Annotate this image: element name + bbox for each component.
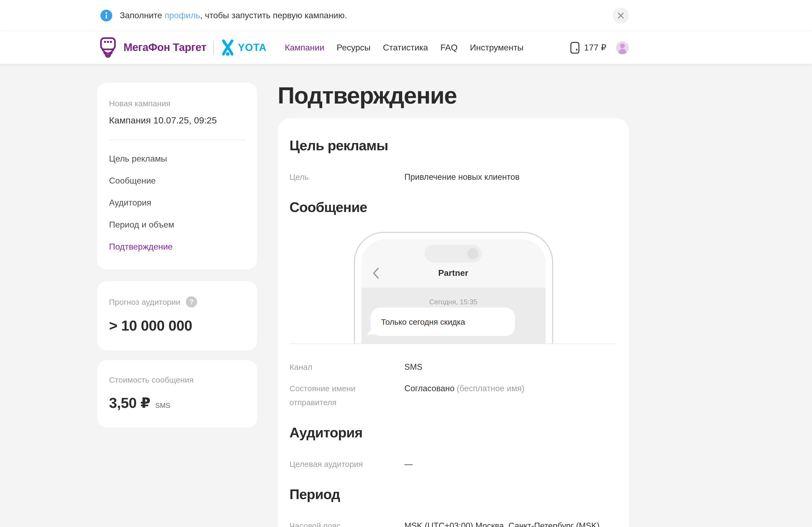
notification-bar: Заполните профиль, чтобы запустить перву… (0, 0, 812, 31)
app-header: МегаФон Таргет YOTA Кампании Ресурсы Ста… (0, 31, 812, 64)
message-section-heading: Сообщение (289, 199, 617, 215)
sender-state-label: Состояние имени отправителя (289, 381, 404, 409)
phone-screen: Partner Сегодня, 15:35 Только сегодня ск… (361, 239, 545, 344)
period-section-heading: Период (289, 486, 617, 502)
campaign-sidebar: Новая кампания Кампания 10.07.25, 09:25 … (97, 82, 257, 428)
step-period[interactable]: Период и объем (109, 220, 245, 230)
forecast-label: Прогноз аудитории (109, 297, 180, 306)
sms-message-bubble: Только сегодня скидка (370, 307, 515, 336)
message-cost-card: Стоимость сообщения 3,50 ₽SMS (97, 360, 257, 428)
sender-state-note: (бесплатное имя) (454, 383, 524, 393)
info-icon (100, 10, 112, 21)
steps-list: Цель рекламы Сообщение Аудитория Период … (109, 153, 245, 252)
page-title: Подтверждение (278, 82, 629, 108)
cost-unit: SMS (155, 402, 170, 409)
timezone-label: Часовой пояс (289, 519, 404, 527)
step-audience[interactable]: Аудитория (109, 197, 245, 208)
audience-section-heading: Аудитория (289, 424, 617, 441)
help-icon[interactable]: ? (186, 296, 197, 307)
step-message[interactable]: Сообщение (109, 176, 245, 186)
yota-wordmark: YOTA (238, 42, 267, 54)
channel-label: Канал (289, 360, 404, 374)
sender-state-value: Согласовано (бесплатное имя) (404, 381, 617, 409)
notification-text-before: Заполните (120, 11, 164, 19)
phone-notch (425, 244, 482, 262)
goal-section-heading: Цель рекламы (289, 137, 617, 154)
sms-preview-section: Partner Сегодня, 15:35 Только сегодня ск… (289, 231, 617, 344)
yota-logo[interactable]: YOTA (221, 39, 267, 56)
goal-value: Привлечение новых клиентов (404, 170, 617, 184)
notification-text-after: , чтобы запустить первую кампанию. (200, 11, 347, 19)
megafon-logo-icon (97, 36, 119, 59)
cost-value: 3,50 ₽SMS (109, 394, 245, 412)
period-rows: Часовой пояс MSK (UTC+03:00) Москва, Сан… (289, 519, 617, 527)
timezone-row: Часовой пояс MSK (UTC+03:00) Москва, Сан… (289, 519, 617, 527)
campaign-name: Кампания 10.07.25, 09:25 (109, 115, 245, 126)
timezone-value: MSK (UTC+03:00) Москва, Санкт-Петербург … (404, 519, 617, 527)
brand-name: МегаФон Таргет (124, 41, 206, 54)
balance-widget[interactable]: 177 ₽ (569, 41, 606, 54)
notification-text: Заполните профиль, чтобы запустить перву… (120, 11, 347, 20)
forecast-value: > 10 000 000 (109, 318, 245, 334)
campaign-type-label: Новая кампания (109, 99, 245, 108)
nav-tools[interactable]: Инструменты (470, 43, 524, 52)
main-nav: Кампании Ресурсы Статистика FAQ Инструме… (285, 43, 524, 52)
sms-sender-name: Partner (361, 268, 545, 278)
close-notification-button[interactable] (613, 7, 629, 23)
phone-mockup: Partner Сегодня, 15:35 Только сегодня ск… (354, 231, 553, 344)
sender-state-row: Состояние имени отправителя Согласовано … (289, 381, 617, 409)
nav-faq[interactable]: FAQ (440, 43, 458, 52)
audience-forecast-card: Прогноз аудитории ? > 10 000 000 (97, 281, 257, 350)
megafon-target-logo[interactable]: МегаФон Таргет (97, 36, 206, 59)
nav-resources[interactable]: Ресурсы (337, 43, 371, 52)
target-audience-label: Целевая аудитория (289, 457, 404, 471)
step-goal[interactable]: Цель рекламы (109, 153, 245, 164)
message-rows: Канал SMS Состояние имени отправителя Со… (289, 360, 617, 409)
avatar-body-icon (619, 48, 626, 54)
nav-statistics[interactable]: Статистика (383, 43, 428, 52)
cost-amount: 3,50 ₽ (109, 395, 150, 411)
brand-separator (213, 41, 214, 55)
balance-amount: 177 ₽ (584, 42, 606, 52)
user-avatar[interactable] (616, 41, 629, 54)
page-content: Новая кампания Кампания 10.07.25, 09:25 … (0, 64, 812, 527)
svg-text:?: ? (189, 298, 193, 306)
sidebar-divider (109, 139, 245, 140)
step-confirmation[interactable]: Подтверждение (109, 241, 245, 252)
close-icon (618, 12, 624, 18)
sms-timestamp: Сегодня, 15:35 (361, 298, 545, 306)
wallet-icon (569, 41, 580, 54)
cost-label: Стоимость сообщения (109, 375, 245, 384)
campaign-steps-card: Новая кампания Кампания 10.07.25, 09:25 … (97, 82, 257, 269)
goal-row: Цель Привлечение новых клиентов (289, 170, 617, 184)
profile-link[interactable]: профиль (164, 11, 200, 19)
channel-value: SMS (404, 360, 617, 374)
confirmation-main: Подтверждение Цель рекламы Цель Привлече… (278, 82, 629, 527)
avatar-head-icon (620, 43, 625, 48)
nav-campaigns[interactable]: Кампании (285, 43, 324, 52)
target-audience-value: — (404, 457, 617, 471)
channel-row: Канал SMS (289, 360, 617, 374)
goal-label: Цель (289, 170, 404, 184)
sender-state-status: Согласовано (404, 383, 454, 393)
target-audience-row: Целевая аудитория — (289, 457, 617, 471)
yota-logo-icon (221, 39, 235, 56)
phone-camera-icon (467, 248, 478, 259)
summary-card: Цель рекламы Цель Привлечение новых клие… (278, 118, 629, 527)
